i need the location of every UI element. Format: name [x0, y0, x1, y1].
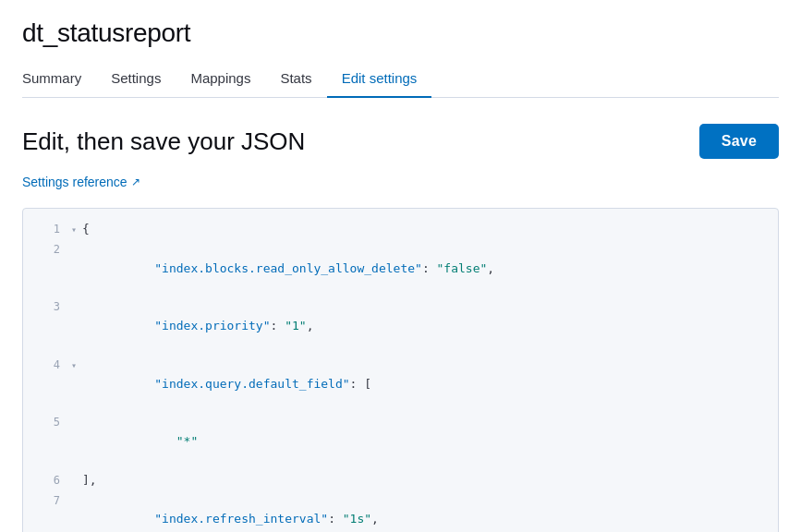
- line-spacer: [71, 300, 79, 315]
- line-number: 4: [34, 357, 60, 374]
- line-spacer: [71, 474, 79, 489]
- content-area: Edit, then save your JSON Save Settings …: [22, 98, 779, 532]
- tab-edit-settings[interactable]: Edit settings: [327, 63, 432, 97]
- tab-stats[interactable]: Stats: [265, 63, 326, 97]
- line-content: "index.blocks.read_only_allow_delete": "…: [82, 240, 494, 297]
- settings-reference-label: Settings reference: [22, 175, 127, 189]
- line-content: "index.query.default_field": [: [82, 356, 371, 413]
- json-line: 5 "*": [23, 413, 778, 470]
- json-line: 6 ],: [23, 471, 778, 491]
- json-line: 2 "index.blocks.read_only_allow_delete":…: [23, 240, 778, 297]
- json-value: "1": [285, 319, 306, 332]
- external-link-icon: ↗: [131, 175, 140, 188]
- json-value: "1s": [343, 512, 371, 526]
- tab-summary[interactable]: Summary: [22, 63, 96, 97]
- json-value: "false": [437, 261, 488, 275]
- json-line: 7 "index.refresh_interval": "1s",: [23, 491, 778, 532]
- page-title: dt_statusreport: [22, 18, 779, 48]
- line-content: "index.priority": "1",: [82, 297, 313, 355]
- json-editor[interactable]: 1 ▾ { 2 "index.blocks.read_only_allow_de…: [22, 208, 779, 532]
- fold-toggle[interactable]: ▾: [71, 358, 79, 373]
- line-spacer: [71, 416, 79, 430]
- line-content: "*": [82, 413, 198, 470]
- line-number: 6: [34, 472, 60, 490]
- tab-settings[interactable]: Settings: [96, 63, 176, 97]
- line-spacer: [71, 494, 79, 509]
- line-content: "index.refresh_interval": "1s",: [82, 491, 379, 532]
- json-value: "*": [176, 434, 198, 448]
- fold-toggle[interactable]: ▾: [71, 223, 79, 237]
- line-number: 5: [34, 414, 60, 431]
- line-number: 1: [34, 221, 60, 238]
- json-key: "index.query.default_field": [154, 377, 349, 391]
- line-content: {: [82, 220, 90, 239]
- json-key: "index.blocks.read_only_allow_delete": [154, 261, 422, 275]
- tab-mappings[interactable]: Mappings: [176, 63, 265, 97]
- content-header: Edit, then save your JSON Save: [22, 124, 779, 159]
- line-number: 7: [34, 492, 60, 510]
- json-key: "index.refresh_interval": [154, 512, 328, 526]
- json-line: 4 ▾ "index.query.default_field": [: [23, 356, 778, 413]
- save-button[interactable]: Save: [699, 124, 779, 159]
- tabs-bar: Summary Settings Mappings Stats Edit set…: [22, 63, 779, 98]
- json-key: "index.priority": [154, 319, 270, 332]
- line-spacer: [71, 243, 79, 258]
- json-line: 1 ▾ {: [23, 220, 778, 240]
- content-heading: Edit, then save your JSON: [22, 127, 305, 156]
- settings-reference-link[interactable]: Settings reference ↗: [22, 175, 140, 189]
- line-content: ],: [82, 471, 97, 490]
- line-number: 3: [34, 298, 60, 316]
- line-number: 2: [34, 241, 60, 259]
- json-line: 3 "index.priority": "1",: [23, 297, 778, 355]
- page-container: dt_statusreport Summary Settings Mapping…: [0, 0, 801, 532]
